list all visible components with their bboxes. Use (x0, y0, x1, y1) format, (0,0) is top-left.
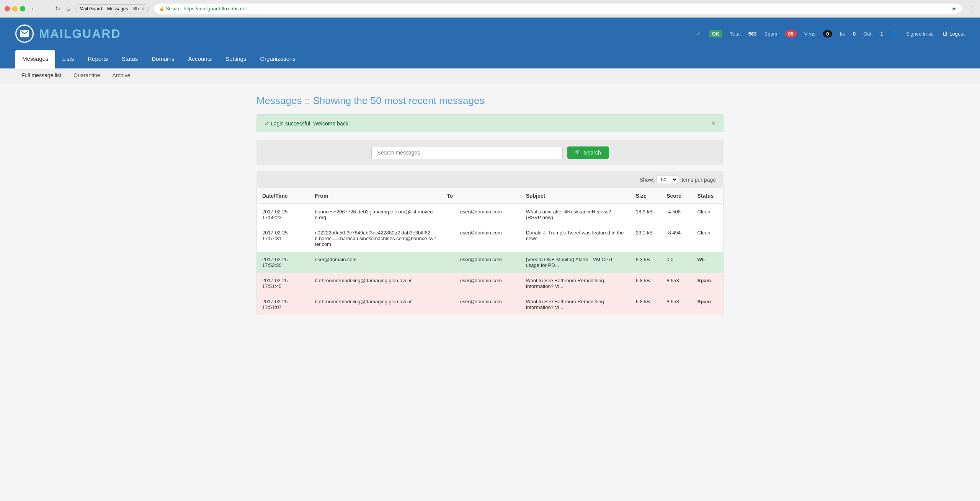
cell-from: bounces+2067726-de02-jim=cmrpc.c om@list… (309, 204, 441, 225)
nav-item-lists[interactable]: Lists (55, 50, 81, 68)
cell-to: user@domain.com (441, 294, 521, 315)
cell-size: 6.8 kB (630, 273, 661, 294)
in-label: In: (840, 31, 845, 37)
cell-size: 23.1 kB (630, 225, 661, 252)
bookmark-icon[interactable]: ★ (951, 5, 957, 12)
in-value: 0 (853, 31, 856, 37)
browser-chrome: ← → ↻ ⌂ Mail Guard :: Messages :: Sh ✕ 🔒… (0, 0, 980, 18)
logout-button[interactable]: ⏻ Logout (942, 31, 965, 37)
cell-datetime: 2017-02-25 17:57:31 (257, 225, 310, 252)
sub-nav-full-message-list[interactable]: Full message list (15, 68, 67, 83)
cell-to: user@domain.com (441, 273, 521, 294)
table-row[interactable]: 2017-02-25 17:51:45 bathroomremodeling@d… (257, 273, 724, 294)
alert-close-button[interactable]: × (711, 119, 715, 127)
cell-subject: What's next after #ResistanceRecess? (RS… (521, 204, 630, 225)
spam-label: Spam (764, 31, 777, 37)
main-nav: Messages Lists Reports Status Domains Ac… (0, 50, 980, 68)
nav-item-organizations[interactable]: Organizations (253, 50, 302, 68)
spam-badge: 85 (785, 30, 796, 37)
cell-subject: Want to See Bathroom Remodeling Informat… (521, 273, 630, 294)
tab-label: Mail Guard :: Messages :: Sh (80, 6, 139, 11)
ok-check-icon: ✓ (696, 29, 701, 38)
secure-badge: 🔒 Secure (159, 6, 180, 11)
reload-button[interactable]: ↻ (53, 4, 62, 13)
table-row[interactable]: 2017-02-25 17:59:23 bounces+2067726-de02… (257, 204, 724, 225)
cell-from: n02222b0c50-3c7849abf3ec422880a2 dab3e3b… (309, 225, 441, 252)
cell-size: 18.9 kB (630, 204, 661, 225)
virus-label: Virus (804, 31, 815, 37)
virus-badge: 0 (823, 30, 832, 37)
out-value: 1 (880, 31, 883, 37)
sub-nav: Full message list Quarantine Archive (0, 68, 980, 83)
user-icon: 👤 (891, 30, 898, 37)
browser-menu-icon[interactable]: ⋮ (969, 5, 975, 13)
secure-label: Secure (166, 6, 180, 11)
cell-from: bathroomremodeling@damaging.glon avi.us (309, 273, 441, 294)
minimize-dot[interactable] (12, 6, 18, 11)
cell-score: 0.0 (661, 252, 692, 273)
search-button[interactable]: 🔍 Search (567, 146, 608, 159)
nav-item-accounts[interactable]: Accounts (181, 50, 219, 68)
items-per-page-select[interactable]: 50 25 100 (657, 175, 678, 184)
table-row[interactable]: 2017-02-25 17:57:31 n02222b0c50-3c7849ab… (257, 225, 724, 252)
nav-item-reports[interactable]: Reports (81, 50, 115, 68)
col-header-score: Score (661, 188, 692, 204)
home-button[interactable]: ⌂ (64, 4, 72, 13)
cell-datetime: 2017-02-25 17:59:23 (257, 204, 310, 225)
tab-close-icon[interactable]: ✕ (141, 6, 145, 11)
cell-size: 6.8 kB (630, 294, 661, 315)
cell-datetime: 2017-02-25 17:51:07 (257, 294, 310, 315)
logo-text: MAILGUARD (39, 27, 121, 41)
cell-datetime: 2017-02-25 17:51:45 (257, 273, 310, 294)
table-row[interactable]: 2017-02-25 17:51:07 bathroomremodeling@d… (257, 294, 724, 315)
sub-nav-archive[interactable]: Archive (106, 68, 137, 83)
ok-badge: OK (709, 30, 723, 37)
envelope-icon (19, 28, 30, 39)
cell-datetime: 2017-02-25 17:52:20 (257, 252, 310, 273)
nav-item-settings[interactable]: Settings (219, 50, 253, 68)
url-display: https://mailguard.fluxlabs.net (183, 6, 247, 11)
nav-item-domains[interactable]: Domains (145, 50, 181, 68)
search-bar-container: 🔍 Search (256, 140, 724, 165)
table-row[interactable]: 2017-02-25 17:52:20 user@domain.com user… (257, 252, 724, 273)
browser-dots (5, 6, 25, 11)
logo-icon (15, 24, 34, 43)
total-label: Total (730, 31, 740, 37)
show-controls: Show: 50 25 100 items per page (639, 175, 716, 184)
total-value: 563 (748, 31, 757, 37)
col-header-subject: Subject (521, 188, 630, 204)
header-right: ✓ OK Total 563 Spam 85 Virus 0 In: 0 Out… (696, 29, 965, 38)
signed-in-label: Signed in as, (906, 31, 935, 37)
address-bar[interactable]: 🔒 Secure https://mailguard.fluxlabs.net … (154, 3, 962, 14)
back-button[interactable]: ← (28, 4, 39, 13)
cell-to: user@domain.com (441, 204, 521, 225)
cell-to: user@domain.com (441, 225, 521, 252)
page-title: Messages :: Showing the 50 most recent m… (256, 95, 724, 107)
cell-score: -8.494 (661, 225, 692, 252)
alert-message: ✓ Login successful, Welcome back (265, 120, 348, 127)
close-dot[interactable] (5, 6, 10, 11)
sub-nav-quarantine[interactable]: Quarantine (67, 68, 106, 83)
cell-size: 9.3 kB (630, 252, 661, 273)
nav-item-messages[interactable]: Messages (15, 50, 55, 68)
nav-item-status[interactable]: Status (115, 50, 145, 68)
cell-to: user@domain.com (441, 252, 521, 273)
cell-score: -4.508 (661, 204, 692, 225)
app-header: MAILGUARD ✓ OK Total 563 Spam 85 Virus 0… (0, 18, 980, 50)
cell-subject: [Veeam ONE Monitor] Alarm - VM CPU usage… (521, 252, 630, 273)
pagination-bar: - Show: 50 25 100 items per page (256, 171, 724, 188)
cell-score: 8.653 (661, 273, 692, 294)
browser-nav-buttons: ← → ↻ ⌂ (28, 4, 72, 13)
cell-status: Spam (692, 273, 724, 294)
out-label: Out: (863, 31, 873, 37)
search-input[interactable] (371, 146, 563, 159)
col-header-size: Size (630, 188, 661, 204)
messages-table: Date/Time From To Subject Size Score Sta… (256, 188, 724, 315)
cell-from: bathroomremodeling@damaging.glon avi.us (309, 294, 441, 315)
maximize-dot[interactable] (20, 6, 25, 11)
col-header-to: To (441, 188, 521, 204)
forward-button[interactable]: → (41, 4, 51, 13)
page-content: Messages :: Showing the 50 most recent m… (241, 83, 739, 327)
show-label: Show: (639, 177, 654, 183)
cell-status: WL (692, 252, 724, 273)
